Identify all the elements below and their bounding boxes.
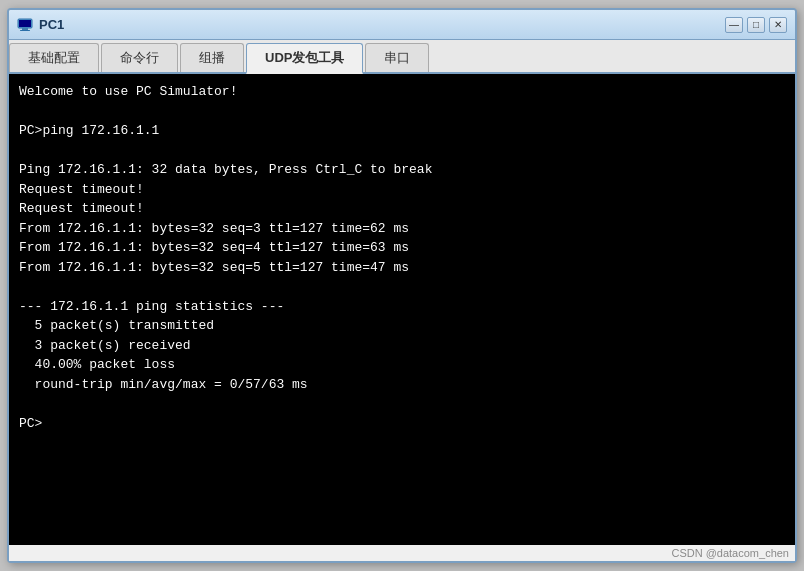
close-button[interactable]: ✕ <box>769 17 787 33</box>
tab-udp-tool[interactable]: UDP发包工具 <box>246 43 363 74</box>
window-title: PC1 <box>39 17 64 32</box>
maximize-button[interactable]: □ <box>747 17 765 33</box>
tab-basic-config[interactable]: 基础配置 <box>9 43 99 72</box>
svg-rect-1 <box>22 28 28 30</box>
tab-command-line[interactable]: 命令行 <box>101 43 178 72</box>
title-buttons: — □ ✕ <box>725 17 787 33</box>
svg-rect-2 <box>20 30 30 31</box>
watermark: CSDN @datacom_chen <box>9 545 795 561</box>
tab-bar: 基础配置 命令行 组播 UDP发包工具 串口 <box>9 40 795 74</box>
tab-serial[interactable]: 串口 <box>365 43 429 72</box>
title-bar: PC1 — □ ✕ <box>9 10 795 40</box>
tab-multicast[interactable]: 组播 <box>180 43 244 72</box>
terminal-output: Welcome to use PC Simulator! PC>ping 172… <box>9 74 795 545</box>
minimize-button[interactable]: — <box>725 17 743 33</box>
pc-icon <box>17 17 33 33</box>
title-bar-left: PC1 <box>17 17 64 33</box>
main-window: PC1 — □ ✕ 基础配置 命令行 组播 UDP发包工具 串口 Welcome… <box>7 8 797 563</box>
svg-rect-3 <box>19 20 31 27</box>
